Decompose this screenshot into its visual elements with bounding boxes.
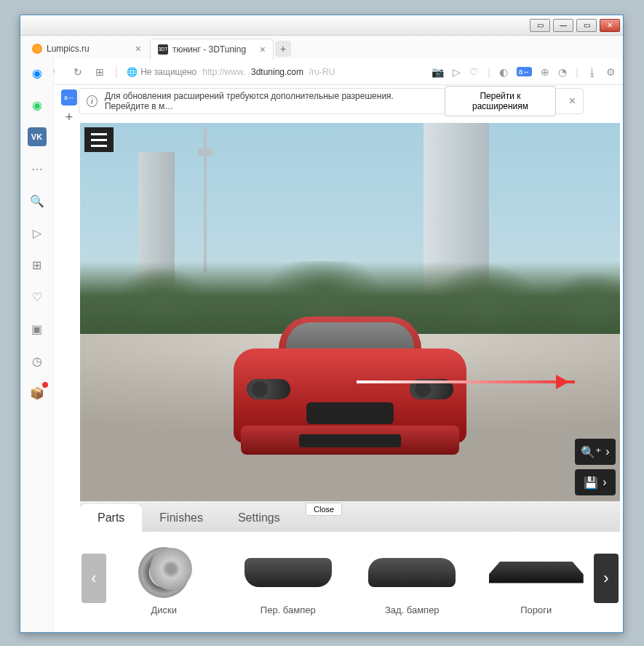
address-bar-row: 〈 〉 ↻ ⊞ | 🌐 Не защищено http://www.3dtun… [20, 59, 623, 85]
save-icon: 💾 [584, 476, 598, 490]
save-button[interactable]: 💾› [575, 469, 616, 495]
page-content: 🔍⁺› 💾› Close Parts Finishes Settings ‹ Д… [80, 123, 620, 629]
wheels-thumb [116, 543, 211, 602]
tab-parts[interactable]: Parts [80, 504, 142, 532]
site-icon [32, 44, 42, 54]
speed-dial-sidebar-icon[interactable]: ⊞ [28, 255, 47, 274]
easy-setup-icon[interactable]: ⚙ [606, 66, 616, 78]
car-viewport[interactable]: 🔍⁺› 💾› [80, 123, 620, 501]
zoom-button[interactable]: 🔍⁺› [575, 439, 616, 465]
tower [204, 127, 207, 272]
package-icon[interactable]: 📦 [28, 383, 47, 402]
skirts-thumb [489, 543, 584, 602]
whatsapp-icon[interactable]: ◉ [28, 95, 47, 114]
extension-sidebar: a↔ + [58, 89, 80, 133]
tab-title: тюнинг - 3DTuning [172, 44, 246, 55]
camera-icon[interactable]: 📷 [432, 66, 444, 78]
url-path: /ru-RU [309, 67, 335, 77]
window-extra-button[interactable]: ▭ [530, 19, 550, 32]
part-rear-bumper[interactable]: Зад. бампер [357, 543, 467, 615]
heart-icon[interactable]: ♡ [469, 66, 479, 78]
send-icon[interactable]: ▷ [453, 66, 461, 78]
address-bar[interactable]: 🌐 Не защищено http://www.3dtuning.com/ru… [127, 67, 423, 77]
floating-actions: 🔍⁺› 💾› [575, 439, 616, 495]
carousel-next-button[interactable]: › [594, 554, 619, 603]
speed-dial-button[interactable]: ⊞ [93, 66, 106, 78]
extension-icon[interactable]: ⊕ [541, 66, 549, 78]
tab-close-icon[interactable]: × [135, 43, 141, 55]
part-label: Пороги [520, 605, 552, 615]
window-minimize-button[interactable]: — [553, 19, 573, 32]
send-sidebar-icon[interactable]: ▷ [28, 223, 47, 242]
part-side-skirts[interactable]: Пороги [482, 543, 592, 615]
opera-shield-icon[interactable]: ◐ [499, 66, 508, 78]
tab-finishes[interactable]: Finishes [142, 504, 220, 532]
search-icon[interactable]: 🔍 [28, 191, 47, 210]
extension2-icon[interactable]: ◔ [558, 66, 567, 78]
notification-bar: i Для обновления расширений требуются до… [79, 88, 584, 114]
part-wheels[interactable]: Диски [109, 543, 219, 615]
part-label: Пер. бампер [261, 605, 316, 615]
rear-bumper-thumb [365, 543, 459, 602]
app-tabbar: Parts Finishes Settings [80, 501, 620, 532]
go-to-extensions-button[interactable]: Перейти к расширениям [445, 86, 555, 116]
ellipsis-icon[interactable]: ⋯ [28, 159, 47, 178]
browser-sidebar: ◉ ◉ VK ⋯ 🔍 ▷ ⊞ ♡ ▣ ◷ 📦 [20, 59, 54, 632]
tab-close-icon[interactable]: × [260, 44, 266, 55]
tab-lumpics[interactable]: Lumpics.ru × [25, 39, 148, 59]
translate-ext-icon[interactable]: a↔ [61, 89, 77, 105]
zoom-in-icon: 🔍⁺ [581, 445, 601, 459]
notification-text: Для обновления расширений требуются допо… [105, 91, 437, 111]
address-actions: 📷 ▷ ♡ | ◐ a↔ ⊕ ◔ | ⭳ ⚙ [432, 66, 616, 78]
history-icon[interactable]: ◷ [28, 351, 47, 370]
info-icon: i [87, 95, 98, 107]
part-label: Зад. бампер [385, 605, 440, 615]
security-badge[interactable]: 🌐 Не защищено [127, 67, 196, 77]
new-tab-button[interactable]: + [275, 41, 291, 57]
tab-title: Lumpics.ru [47, 44, 90, 54]
parts-carousel: ‹ Диски Пер. бампер Зад. бампер Пороги › [80, 532, 620, 626]
notification-close-icon[interactable]: × [569, 95, 576, 108]
vk-icon[interactable]: VK [28, 127, 47, 146]
window-titlebar: ▭ — ▭ ✕ [20, 15, 623, 36]
news-icon[interactable]: ▣ [28, 319, 47, 338]
browser-window: ▭ — ▭ ✕ Lumpics.ru × 3DT тюнинг - 3DTuni… [20, 15, 624, 633]
car-model[interactable] [234, 312, 466, 472]
window-close-button[interactable]: ✕ [600, 19, 620, 32]
url-prefix: http://www. [202, 67, 245, 77]
browser-tabs: Lumpics.ru × 3DT тюнинг - 3DTuning × + [20, 36, 623, 59]
reload-button[interactable]: ↻ [71, 66, 84, 78]
url-host: 3dtuning.com [251, 67, 303, 77]
part-label: Диски [151, 605, 177, 615]
download-icon[interactable]: ⭳ [587, 66, 597, 78]
site-icon: 3DT [158, 44, 168, 55]
heart-sidebar-icon[interactable]: ♡ [28, 287, 47, 306]
close-tooltip[interactable]: Close [306, 503, 342, 516]
menu-button[interactable] [84, 127, 114, 152]
tab-3dtuning[interactable]: 3DT тюнинг - 3DTuning × [150, 39, 274, 60]
globe-icon: 🌐 [127, 67, 138, 77]
window-maximize-button[interactable]: ▭ [576, 19, 597, 32]
translate-icon[interactable]: a↔ [517, 67, 533, 76]
messenger-icon[interactable]: ◉ [28, 63, 47, 82]
tab-settings[interactable]: Settings [220, 504, 298, 532]
front-bumper-thumb [241, 543, 335, 602]
chevron-right-icon: › [603, 476, 606, 489]
part-front-bumper[interactable]: Пер. бампер [234, 543, 343, 615]
security-label: Не защищено [140, 67, 196, 77]
add-extension-button[interactable]: + [65, 110, 73, 125]
chevron-right-icon: › [605, 445, 609, 458]
annotation-arrow [357, 380, 575, 383]
carousel-prev-button[interactable]: ‹ [82, 554, 106, 603]
